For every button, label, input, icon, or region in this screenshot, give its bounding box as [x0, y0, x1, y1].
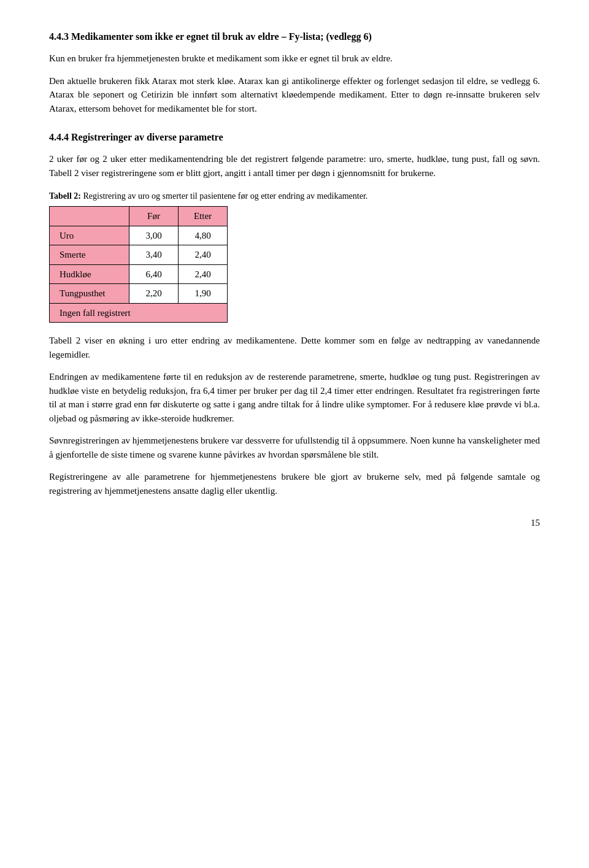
post-table-paragraph-1-text: Tabell 2 viser en økning i uro etter end… — [49, 336, 540, 359]
post-table-paragraph-4-text: Registreringene av alle parametrene for … — [49, 472, 540, 496]
table-header-col-1: Før — [129, 207, 179, 226]
section-heading: 4.4.4 Registreringer av diverse parametr… — [49, 130, 540, 145]
table-row: Uro 3,00 4,80 — [50, 226, 228, 245]
page-number: 15 — [49, 516, 540, 530]
table-cell-smerte-after: 2,40 — [179, 245, 228, 265]
table-cell-uro-after: 4,80 — [179, 226, 228, 245]
post-table-paragraph-4: Registreringene av alle parametrene for … — [49, 470, 540, 497]
table-cell-uro-before: 3,00 — [129, 226, 179, 245]
post-table-paragraph-2: Endringen av medikamentene førte til en … — [49, 370, 540, 425]
post-table-paragraph-1: Tabell 2 viser en økning i uro etter end… — [49, 334, 540, 361]
page-number-text: 15 — [531, 518, 540, 528]
heading-text: 4.4.3 Medikamenter som ikke er egnet til… — [49, 31, 279, 42]
table-cell-tungpusthet-after: 1,90 — [179, 284, 228, 304]
heading-suffix: – Fy-lista; (vedlegg 6) — [279, 31, 372, 42]
table-row: Smerte 3,40 2,40 — [50, 245, 228, 265]
table-caption-bold: Tabell 2: — [49, 191, 81, 201]
section-paragraph-1-text: 2 uker før og 2 uker etter medikamentend… — [49, 154, 540, 178]
paragraph-1: Kun en bruker fra hjemmetjenesten brukte… — [49, 52, 540, 66]
paragraph-1-text: Kun en bruker fra hjemmetjenesten brukte… — [49, 53, 393, 63]
paragraph-2: Den aktuelle brukeren fikk Atarax mot st… — [49, 74, 540, 116]
table-cell-tungpusthet-before: 2,20 — [129, 284, 179, 304]
page-content: 4.4.3 Medikamenter som ikke er egnet til… — [49, 29, 540, 530]
table-header-row: Før Etter — [50, 207, 228, 226]
section-heading-text: 4.4.4 Registreringer av diverse parametr… — [49, 132, 223, 142]
table-cell-hudkloe-after: 2,40 — [179, 264, 228, 284]
post-table-paragraph-3: Søvnregistreringen av hjemmetjenestens b… — [49, 434, 540, 461]
table-row: Hudkløe 6,40 2,40 — [50, 264, 228, 284]
post-table-paragraph-3-text: Søvnregistreringen av hjemmetjenestens b… — [49, 436, 540, 459]
table-caption: Tabell 2: Registrering av uro og smerter… — [49, 190, 540, 202]
table-row: Ingen fall registrert — [50, 303, 228, 323]
table-row: Tungpusthet 2,20 1,90 — [50, 284, 228, 304]
data-table: Før Etter Uro 3,00 4,80 Smerte 3,40 2,40… — [49, 206, 228, 323]
table-cell-hudkloe-label: Hudkløe — [50, 264, 129, 284]
table-cell-smerte-label: Smerte — [50, 245, 129, 265]
table-cell-hudkloe-before: 6,40 — [129, 264, 179, 284]
main-heading: 4.4.3 Medikamenter som ikke er egnet til… — [49, 29, 540, 44]
paragraph-2-text: Den aktuelle brukeren fikk Atarax mot st… — [49, 76, 540, 113]
post-table-paragraph-2-text: Endringen av medikamentene førte til en … — [49, 372, 540, 423]
table-cell-tungpusthet-label: Tungpusthet — [50, 284, 129, 304]
table-caption-text: Registrering av uro og smerter til pasie… — [81, 191, 368, 201]
section-paragraph-1: 2 uker før og 2 uker etter medikamentend… — [49, 152, 540, 180]
table-cell-ingen-fall-label: Ingen fall registrert — [50, 303, 228, 323]
table-header-col-0 — [50, 207, 129, 226]
table-cell-uro-label: Uro — [50, 226, 129, 245]
table-header-col-2: Etter — [179, 207, 228, 226]
table-cell-smerte-before: 3,40 — [129, 245, 179, 265]
